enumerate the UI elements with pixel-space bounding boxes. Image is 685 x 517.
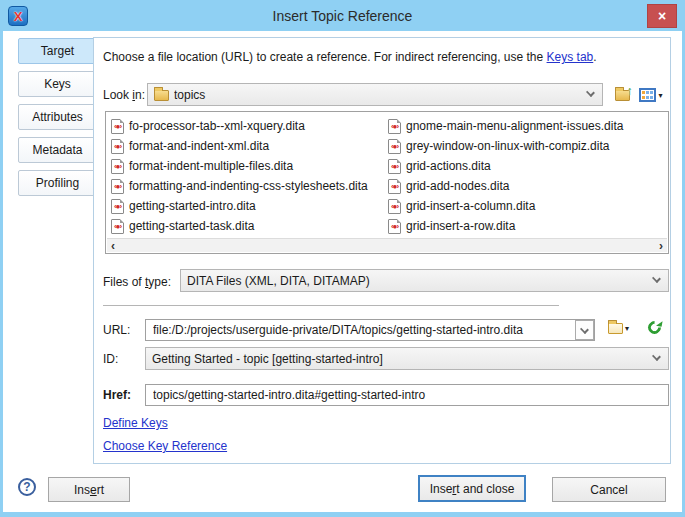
insert-and-close-button[interactable]: Insert and close bbox=[418, 475, 526, 502]
tab-attributes[interactable]: Attributes bbox=[18, 104, 97, 130]
dialog-title: Insert Topic Reference bbox=[3, 8, 682, 24]
tab-profiling[interactable]: Profiling bbox=[18, 170, 97, 196]
target-tab-panel: Choose a file location (URL) to create a… bbox=[93, 37, 671, 464]
file-name: getting-started-intro.dita bbox=[129, 199, 256, 213]
file-item[interactable]: ‹●›format-indent-multiple-files.dita bbox=[111, 156, 388, 176]
files-of-type-label: Files of type: bbox=[103, 275, 171, 289]
dita-file-icon: ‹●› bbox=[388, 199, 401, 214]
help-button[interactable]: ? bbox=[18, 478, 36, 496]
views-menu-button[interactable]: ▾ bbox=[636, 84, 666, 106]
file-item[interactable]: ‹●›formatting-and-indenting-css-styleshe… bbox=[111, 176, 388, 196]
browse-folder-icon bbox=[608, 323, 623, 334]
description-text: Choose a file location (URL) to create a… bbox=[103, 50, 597, 64]
refresh-icon bbox=[645, 318, 663, 336]
url-dropdown-button[interactable] bbox=[575, 320, 594, 340]
tab-keys[interactable]: Keys bbox=[18, 71, 97, 97]
chevron-down-icon bbox=[586, 88, 595, 97]
dita-file-icon: ‹●› bbox=[388, 179, 401, 194]
file-item[interactable]: ‹●›format-and-indent-xml.dita bbox=[111, 136, 388, 156]
file-list-items: ‹●›fo-processor-tab--xml-xquery.dita‹●›f… bbox=[106, 112, 668, 236]
files-of-type-combobox[interactable]: DITA Files (XML, DITA, DITAMAP) bbox=[180, 269, 669, 292]
scroll-right-arrow[interactable]: › bbox=[659, 241, 663, 251]
define-keys-link[interactable]: Define Keys bbox=[103, 416, 168, 430]
id-label: ID: bbox=[103, 352, 118, 366]
refresh-button[interactable] bbox=[648, 321, 661, 334]
chevron-down-icon bbox=[580, 325, 589, 334]
dita-file-icon: ‹●› bbox=[111, 119, 124, 134]
url-label: URL: bbox=[103, 323, 130, 337]
file-name: format-indent-multiple-files.dita bbox=[129, 159, 293, 173]
up-arrow-glyph: ↑ bbox=[627, 84, 633, 98]
dita-file-icon: ‹●› bbox=[388, 219, 401, 234]
dita-file-icon: ‹●› bbox=[388, 159, 401, 174]
dita-file-icon: ‹●› bbox=[111, 139, 124, 154]
titlebar[interactable]: X Insert Topic Reference × bbox=[3, 3, 682, 31]
chevron-down-icon bbox=[652, 352, 661, 361]
horizontal-scrollbar[interactable]: ‹ › bbox=[107, 238, 667, 252]
views-grid-icon bbox=[639, 88, 656, 102]
choose-key-reference-link[interactable]: Choose Key Reference bbox=[103, 439, 227, 453]
insert-button[interactable]: Insert bbox=[48, 477, 130, 502]
files-of-type-value: DITA Files (XML, DITA, DITAMAP) bbox=[187, 274, 648, 288]
look-in-value: topics bbox=[174, 88, 582, 102]
file-item[interactable]: ‹●›getting-started-task.dita bbox=[111, 216, 388, 236]
file-item[interactable]: ‹●›fo-processor-tab--xml-xquery.dita bbox=[111, 116, 388, 136]
browse-menu-arrow-icon: ▾ bbox=[625, 324, 629, 333]
href-input[interactable] bbox=[150, 388, 668, 402]
dita-file-icon: ‹●› bbox=[111, 159, 124, 174]
file-name: getting-started-task.dita bbox=[129, 219, 254, 233]
url-input[interactable] bbox=[150, 323, 575, 337]
browse-folder-button[interactable]: ▾ bbox=[608, 322, 629, 334]
close-icon: × bbox=[658, 8, 666, 24]
file-name: formatting-and-indenting-css-stylesheets… bbox=[129, 179, 368, 193]
href-field-wrap bbox=[145, 384, 669, 406]
href-label: Href: bbox=[103, 388, 131, 402]
id-value: Getting Started - topic [getting-started… bbox=[152, 352, 648, 366]
file-item[interactable]: ‹●›grey-window-on-linux-with-compiz.dita bbox=[388, 136, 623, 156]
dita-file-icon: ‹●› bbox=[111, 179, 124, 194]
folder-icon bbox=[154, 90, 169, 101]
scroll-left-arrow[interactable]: ‹ bbox=[111, 241, 115, 251]
file-item[interactable]: ‹●›grid-add-nodes.dita bbox=[388, 176, 623, 196]
up-one-level-button[interactable]: ↑ bbox=[610, 84, 634, 106]
chevron-down-icon bbox=[652, 274, 661, 283]
file-item[interactable]: ‹●›gnome-main-menu-alignment-issues.dita bbox=[388, 116, 623, 136]
tab-metadata[interactable]: Metadata bbox=[18, 137, 97, 163]
keys-tab-link[interactable]: Keys tab bbox=[547, 50, 594, 64]
file-item[interactable]: ‹●›getting-started-intro.dita bbox=[111, 196, 388, 216]
tab-column: Target Keys Attributes Metadata Profilin… bbox=[18, 38, 97, 203]
description-after: . bbox=[593, 50, 596, 64]
file-name: gnome-main-menu-alignment-issues.dita bbox=[406, 119, 623, 133]
question-mark-icon: ? bbox=[23, 480, 30, 494]
id-combobox[interactable]: Getting Started - topic [getting-started… bbox=[145, 347, 669, 370]
file-name: grid-insert-a-row.dita bbox=[406, 219, 515, 233]
file-name: grid-insert-a-column.dita bbox=[406, 199, 535, 213]
separator bbox=[103, 305, 559, 306]
file-item[interactable]: ‹●›grid-actions.dita bbox=[388, 156, 623, 176]
dita-file-icon: ‹●› bbox=[388, 119, 401, 134]
look-in-label: Look in: bbox=[103, 88, 145, 102]
look-in-combobox[interactable]: topics bbox=[147, 83, 603, 106]
menu-arrow-icon: ▾ bbox=[658, 91, 662, 100]
tab-target[interactable]: Target bbox=[18, 38, 97, 64]
dita-file-icon: ‹●› bbox=[111, 199, 124, 214]
url-combobox[interactable] bbox=[145, 319, 595, 341]
cancel-button[interactable]: Cancel bbox=[552, 477, 666, 502]
file-name: grid-add-nodes.dita bbox=[406, 179, 509, 193]
file-list: ‹●›fo-processor-tab--xml-xquery.dita‹●›f… bbox=[105, 111, 669, 254]
insert-topic-reference-dialog: X Insert Topic Reference × Target Keys A… bbox=[0, 0, 685, 517]
file-name: grid-actions.dita bbox=[406, 159, 491, 173]
file-item[interactable]: ‹●›grid-insert-a-column.dita bbox=[388, 196, 623, 216]
file-name: grey-window-on-linux-with-compiz.dita bbox=[406, 139, 609, 153]
up-one-level-icon: ↑ bbox=[615, 90, 630, 101]
description-before: Choose a file location (URL) to create a… bbox=[103, 50, 547, 64]
file-name: fo-processor-tab--xml-xquery.dita bbox=[129, 119, 305, 133]
close-button[interactable]: × bbox=[647, 4, 677, 28]
file-name: format-and-indent-xml.dita bbox=[129, 139, 269, 153]
dita-file-icon: ‹●› bbox=[388, 139, 401, 154]
file-item[interactable]: ‹●›grid-insert-a-row.dita bbox=[388, 216, 623, 236]
dita-file-icon: ‹●› bbox=[111, 219, 124, 234]
